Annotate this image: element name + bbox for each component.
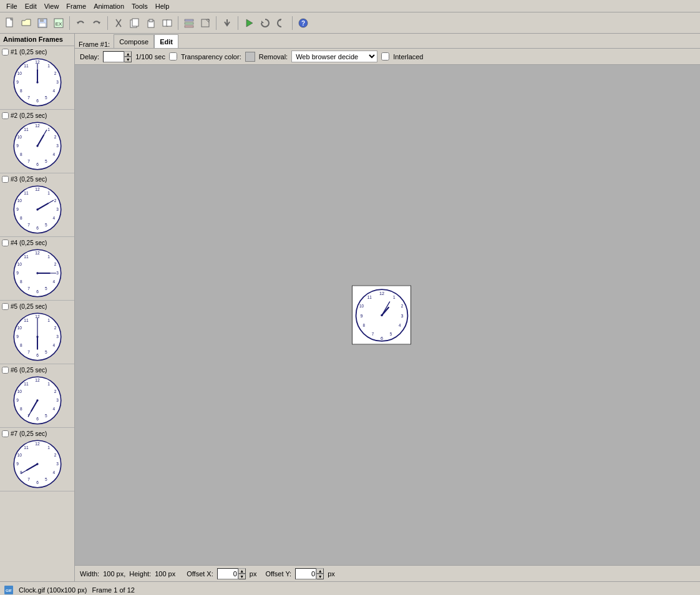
frame-item[interactable]: #4 (0,25 sec) 121234567891011 <box>0 237 74 301</box>
menu-animation[interactable]: Animation <box>90 1 128 11</box>
frame-checkbox[interactable] <box>2 112 9 119</box>
svg-text:8: 8 <box>19 279 22 284</box>
svg-text:6: 6 <box>36 99 39 103</box>
svg-rect-5 <box>39 23 46 27</box>
editor-area: Frame #1: Compose Edit Delay: 25 ▲ ▼ 1/1… <box>75 34 700 581</box>
tab-edit[interactable]: Edit <box>154 34 178 48</box>
frame-checkbox[interactable] <box>2 239 9 246</box>
svg-text:10: 10 <box>17 135 22 139</box>
delay-up-arrow[interactable]: ▲ <box>124 51 132 57</box>
svg-text:11: 11 <box>24 445 29 450</box>
transparency-checkbox[interactable] <box>169 52 177 60</box>
frame-item[interactable]: #3 (0,25 sec) 121234567891011 <box>0 173 74 237</box>
svg-text:4: 4 <box>52 89 55 93</box>
frame-checkbox[interactable] <box>2 49 9 56</box>
offset-x-input[interactable] <box>217 568 238 579</box>
frame-checkbox[interactable] <box>2 176 9 183</box>
offset-y-down[interactable]: ▼ <box>316 574 324 579</box>
frame-checkbox[interactable] <box>2 430 9 437</box>
svg-text:5: 5 <box>45 286 47 291</box>
save-button[interactable] <box>35 16 50 31</box>
move-down-button[interactable] <box>220 16 235 31</box>
offset-y-arrows: ▲ ▼ <box>316 568 324 579</box>
offset-y-input[interactable] <box>295 568 316 579</box>
frame-item[interactable]: #1 (0,25 sec) 121234567891011 <box>0 46 74 110</box>
frame-checkbox[interactable] <box>2 303 9 310</box>
delay-spinner[interactable]: 25 ▲ ▼ <box>103 51 132 62</box>
offset-x-spinner[interactable]: ▲ ▼ <box>217 568 246 579</box>
frame-number-label: Frame #1: <box>75 41 114 48</box>
flatten-button[interactable] <box>182 16 197 31</box>
svg-text:8: 8 <box>19 89 22 93</box>
removal-select[interactable]: Web browser decide Do not dispose Restor… <box>291 51 377 62</box>
export-button[interactable]: EX <box>51 16 66 31</box>
duplicate-button[interactable] <box>160 16 175 31</box>
frame-item[interactable]: #6 (0,25 sec) 121234567891011 <box>0 364 74 428</box>
transparency-color-box[interactable] <box>245 52 255 62</box>
svg-text:5: 5 <box>45 159 47 163</box>
undo-button[interactable] <box>73 16 88 31</box>
cut-button[interactable] <box>111 16 126 31</box>
frame-checkbox[interactable] <box>2 367 9 374</box>
svg-text:9: 9 <box>16 398 19 402</box>
loop-button[interactable] <box>258 16 273 31</box>
frame-item[interactable]: #5 (0,25 sec) 121234567891011 <box>0 301 74 364</box>
svg-rect-15 <box>167 20 172 26</box>
frames-list[interactable]: #1 (0,25 sec) 121234567891011 #2 (0,25 s… <box>0 46 74 581</box>
menu-view[interactable]: View <box>41 1 63 11</box>
gif-icon: GIF <box>4 585 14 595</box>
separator-5 <box>238 16 238 30</box>
offset-x-up[interactable]: ▲ <box>238 568 246 574</box>
svg-text:3: 3 <box>56 398 59 402</box>
resize-button[interactable] <box>198 16 213 31</box>
menu-edit[interactable]: Edit <box>21 1 41 11</box>
delay-down-arrow[interactable]: ▼ <box>124 57 132 62</box>
canvas-clock: 12 3 6 9 1 2 4 5 7 8 10 11 <box>354 287 410 343</box>
offset-y-up[interactable]: ▲ <box>316 568 324 574</box>
svg-text:2: 2 <box>401 303 403 307</box>
delay-label: Delay: <box>80 53 99 60</box>
tab-compose[interactable]: Compose <box>114 34 154 48</box>
frame-item[interactable]: #7 (0,25 sec) 121234567891011 <box>0 428 74 491</box>
editor-tabs: Frame #1: Compose Edit <box>75 34 700 49</box>
svg-text:3: 3 <box>56 80 59 84</box>
open-button[interactable] <box>19 16 34 31</box>
menu-file[interactable]: File <box>2 1 21 11</box>
canvas-area: 12 3 6 9 1 2 4 5 7 8 10 11 <box>75 65 700 565</box>
interlaced-checkbox[interactable] <box>381 52 389 60</box>
svg-text:3: 3 <box>56 207 59 211</box>
frame-clock-2: 121234567891011 <box>12 120 63 172</box>
paste-button[interactable] <box>143 16 158 31</box>
menu-help[interactable]: Help <box>152 1 173 11</box>
frame-clock-7: 121234567891011 <box>12 438 63 490</box>
svg-text:4: 4 <box>52 343 55 347</box>
svg-text:9: 9 <box>16 207 19 211</box>
help-button[interactable]: ? <box>296 16 311 31</box>
canvas-frame: 12 3 6 9 1 2 4 5 7 8 10 11 <box>352 286 411 345</box>
play-button[interactable] <box>241 16 256 31</box>
main-layout: Animation Frames #1 (0,25 sec) 121234567… <box>0 34 700 581</box>
svg-rect-11 <box>132 19 139 26</box>
svg-text:3: 3 <box>56 334 59 339</box>
menu-tools[interactable]: Tools <box>128 1 152 11</box>
copy-button[interactable] <box>127 16 142 31</box>
svg-text:8: 8 <box>19 407 22 411</box>
svg-text:1: 1 <box>47 318 50 322</box>
frame-item[interactable]: #2 (0,25 sec) 121234567891011 <box>0 110 74 173</box>
menu-frame[interactable]: Frame <box>62 1 90 11</box>
svg-text:6: 6 <box>36 226 39 230</box>
offset-y-spinner[interactable]: ▲ ▼ <box>295 568 324 579</box>
svg-text:5: 5 <box>45 223 47 227</box>
svg-rect-4 <box>40 19 44 22</box>
svg-text:7: 7 <box>371 331 374 336</box>
new-button[interactable] <box>2 16 17 31</box>
offset-x-down[interactable]: ▼ <box>238 574 246 579</box>
separator-2 <box>107 16 108 30</box>
svg-point-106 <box>36 336 38 337</box>
delay-input[interactable]: 25 <box>103 51 124 62</box>
redo-button[interactable] <box>89 16 104 31</box>
svg-point-122 <box>36 399 38 401</box>
svg-text:12: 12 <box>35 123 40 128</box>
rewind-button[interactable] <box>274 16 289 31</box>
frames-panel-title: Animation Frames <box>0 34 74 46</box>
